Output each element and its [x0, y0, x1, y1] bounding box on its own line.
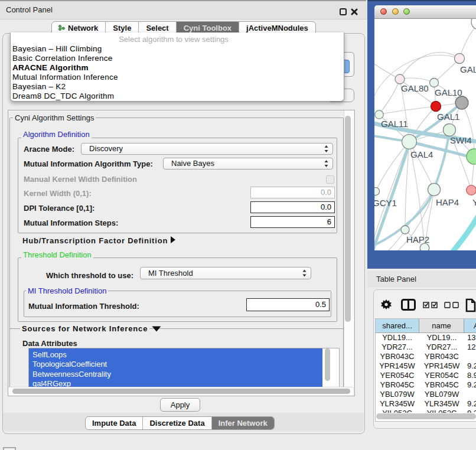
svg-text:GAL1: GAL1 — [437, 112, 459, 122]
svg-text:GAL4: GAL4 — [410, 149, 433, 159]
svg-text:SWI4: SWI4 — [450, 135, 472, 145]
svg-text:GAL7: GAL7 — [460, 64, 476, 74]
svg-text:HAP2: HAP2 — [406, 234, 429, 244]
svg-text:Y: Y — [472, 197, 476, 207]
svg-text:HAP4: HAP4 — [436, 197, 459, 207]
svg-text:GAL80: GAL80 — [401, 83, 429, 93]
svg-text:GCY1: GCY1 — [374, 198, 397, 208]
svg-text:GAL11: GAL11 — [381, 119, 408, 129]
svg-text:GAL10: GAL10 — [435, 87, 462, 97]
